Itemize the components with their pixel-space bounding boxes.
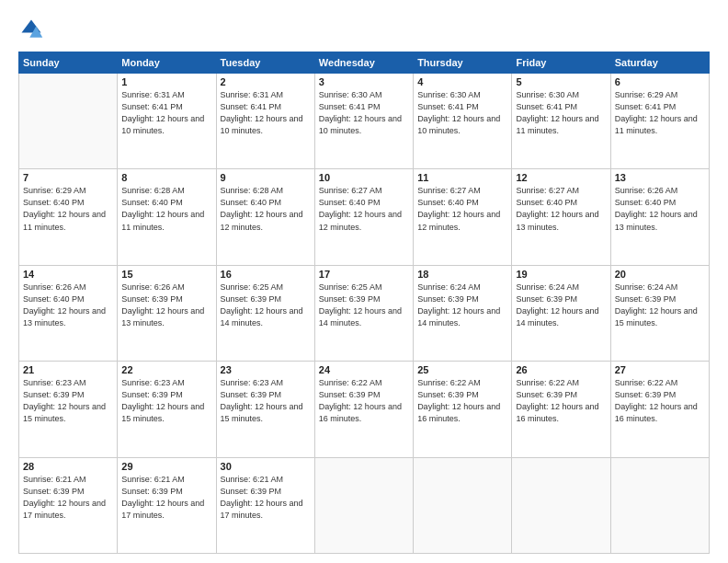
day-info: Sunrise: 6:23 AM Sunset: 6:39 PM Dayligh… [121, 377, 211, 425]
day-header: Friday [512, 52, 610, 74]
day-number: 9 [221, 172, 311, 183]
calendar-cell: 9Sunrise: 6:28 AM Sunset: 6:40 PM Daylig… [216, 169, 314, 265]
day-info: Sunrise: 6:25 AM Sunset: 6:39 PM Dayligh… [221, 282, 311, 329]
day-info: Sunrise: 6:27 AM Sunset: 6:40 PM Dayligh… [417, 185, 507, 233]
calendar-cell: 21Sunrise: 6:23 AM Sunset: 6:39 PM Dayli… [19, 362, 118, 457]
calendar-cell: 30Sunrise: 6:21 AM Sunset: 6:39 PM Dayli… [216, 457, 314, 553]
calendar-cell: 14Sunrise: 6:26 AM Sunset: 6:40 PM Dayli… [19, 265, 118, 361]
calendar-cell: 8Sunrise: 6:28 AM Sunset: 6:40 PM Daylig… [118, 169, 216, 265]
day-number: 15 [121, 269, 211, 280]
day-info: Sunrise: 6:29 AM Sunset: 6:41 PM Dayligh… [615, 89, 705, 137]
day-header: Thursday [414, 52, 512, 74]
calendar-cell: 27Sunrise: 6:22 AM Sunset: 6:39 PM Dayli… [610, 362, 709, 457]
header [18, 17, 710, 42]
day-info: Sunrise: 6:26 AM Sunset: 6:40 PM Dayligh… [23, 282, 113, 329]
day-number: 1 [121, 76, 211, 87]
day-number: 22 [121, 364, 211, 375]
calendar-cell: 22Sunrise: 6:23 AM Sunset: 6:39 PM Dayli… [118, 362, 216, 457]
day-number: 16 [221, 269, 311, 280]
day-number: 14 [23, 269, 113, 280]
day-number: 19 [516, 269, 606, 280]
day-number: 11 [417, 172, 507, 183]
calendar-cell: 20Sunrise: 6:24 AM Sunset: 6:39 PM Dayli… [610, 265, 709, 361]
day-header: Monday [118, 52, 216, 74]
day-info: Sunrise: 6:22 AM Sunset: 6:39 PM Dayligh… [417, 377, 507, 425]
day-info: Sunrise: 6:23 AM Sunset: 6:39 PM Dayligh… [221, 377, 311, 425]
day-info: Sunrise: 6:27 AM Sunset: 6:40 PM Dayligh… [319, 185, 409, 233]
day-header: Wednesday [314, 52, 413, 74]
day-info: Sunrise: 6:29 AM Sunset: 6:40 PM Dayligh… [23, 185, 113, 233]
day-number: 6 [615, 76, 705, 87]
calendar-cell: 18Sunrise: 6:24 AM Sunset: 6:39 PM Dayli… [414, 265, 512, 361]
day-number: 3 [319, 76, 409, 87]
day-info: Sunrise: 6:26 AM Sunset: 6:39 PM Dayligh… [121, 282, 211, 329]
day-info: Sunrise: 6:25 AM Sunset: 6:39 PM Dayligh… [319, 282, 409, 329]
day-number: 20 [615, 269, 705, 280]
calendar-cell: 15Sunrise: 6:26 AM Sunset: 6:39 PM Dayli… [118, 265, 216, 361]
day-number: 18 [417, 269, 507, 280]
calendar-cell: 5Sunrise: 6:30 AM Sunset: 6:41 PM Daylig… [512, 74, 610, 169]
day-number: 8 [121, 172, 211, 183]
day-number: 27 [615, 364, 705, 375]
calendar-cell: 19Sunrise: 6:24 AM Sunset: 6:39 PM Dayli… [512, 265, 610, 361]
day-info: Sunrise: 6:31 AM Sunset: 6:41 PM Dayligh… [221, 89, 311, 137]
day-number: 30 [221, 461, 311, 472]
calendar-cell: 23Sunrise: 6:23 AM Sunset: 6:39 PM Dayli… [216, 362, 314, 457]
day-info: Sunrise: 6:30 AM Sunset: 6:41 PM Dayligh… [516, 89, 606, 137]
day-info: Sunrise: 6:22 AM Sunset: 6:39 PM Dayligh… [319, 377, 409, 425]
day-info: Sunrise: 6:28 AM Sunset: 6:40 PM Dayligh… [121, 185, 211, 233]
day-number: 10 [319, 172, 409, 183]
day-number: 25 [417, 364, 507, 375]
day-number: 12 [516, 172, 606, 183]
calendar-cell: 13Sunrise: 6:26 AM Sunset: 6:40 PM Dayli… [610, 169, 709, 265]
day-number: 13 [615, 172, 705, 183]
day-info: Sunrise: 6:22 AM Sunset: 6:39 PM Dayligh… [615, 377, 705, 425]
calendar-cell: 25Sunrise: 6:22 AM Sunset: 6:39 PM Dayli… [414, 362, 512, 457]
calendar-cell [314, 457, 413, 553]
calendar-cell: 29Sunrise: 6:21 AM Sunset: 6:39 PM Dayli… [118, 457, 216, 553]
calendar-cell: 4Sunrise: 6:30 AM Sunset: 6:41 PM Daylig… [414, 74, 512, 169]
calendar-cell: 10Sunrise: 6:27 AM Sunset: 6:40 PM Dayli… [314, 169, 413, 265]
day-number: 2 [221, 76, 311, 87]
day-number: 17 [319, 269, 409, 280]
day-info: Sunrise: 6:27 AM Sunset: 6:40 PM Dayligh… [516, 185, 606, 233]
day-info: Sunrise: 6:24 AM Sunset: 6:39 PM Dayligh… [615, 282, 705, 329]
calendar-cell: 1Sunrise: 6:31 AM Sunset: 6:41 PM Daylig… [118, 74, 216, 169]
day-info: Sunrise: 6:24 AM Sunset: 6:39 PM Dayligh… [417, 282, 507, 329]
day-info: Sunrise: 6:22 AM Sunset: 6:39 PM Dayligh… [516, 377, 606, 425]
day-info: Sunrise: 6:30 AM Sunset: 6:41 PM Dayligh… [319, 89, 409, 137]
day-info: Sunrise: 6:31 AM Sunset: 6:41 PM Dayligh… [121, 89, 211, 137]
logo [18, 17, 48, 42]
day-number: 24 [319, 364, 409, 375]
calendar-cell: 12Sunrise: 6:27 AM Sunset: 6:40 PM Dayli… [512, 169, 610, 265]
calendar-cell: 16Sunrise: 6:25 AM Sunset: 6:39 PM Dayli… [216, 265, 314, 361]
calendar-table: SundayMondayTuesdayWednesdayThursdayFrid… [18, 52, 710, 554]
day-number: 5 [516, 76, 606, 87]
logo-icon [18, 17, 44, 42]
calendar-cell: 2Sunrise: 6:31 AM Sunset: 6:41 PM Daylig… [216, 74, 314, 169]
day-number: 23 [221, 364, 311, 375]
day-info: Sunrise: 6:24 AM Sunset: 6:39 PM Dayligh… [516, 282, 606, 329]
day-header: Sunday [19, 52, 118, 74]
calendar-cell [610, 457, 709, 553]
calendar-cell [414, 457, 512, 553]
calendar-cell: 11Sunrise: 6:27 AM Sunset: 6:40 PM Dayli… [414, 169, 512, 265]
calendar-cell: 28Sunrise: 6:21 AM Sunset: 6:39 PM Dayli… [19, 457, 118, 553]
day-header: Tuesday [216, 52, 314, 74]
calendar-cell: 24Sunrise: 6:22 AM Sunset: 6:39 PM Dayli… [314, 362, 413, 457]
calendar-cell: 7Sunrise: 6:29 AM Sunset: 6:40 PM Daylig… [19, 169, 118, 265]
day-info: Sunrise: 6:30 AM Sunset: 6:41 PM Dayligh… [417, 89, 507, 137]
day-info: Sunrise: 6:28 AM Sunset: 6:40 PM Dayligh… [221, 185, 311, 233]
day-number: 29 [121, 461, 211, 472]
day-header: Saturday [610, 52, 709, 74]
day-number: 4 [417, 76, 507, 87]
calendar-cell: 6Sunrise: 6:29 AM Sunset: 6:41 PM Daylig… [610, 74, 709, 169]
page: SundayMondayTuesdayWednesdayThursdayFrid… [0, 0, 728, 563]
day-info: Sunrise: 6:21 AM Sunset: 6:39 PM Dayligh… [23, 474, 113, 522]
day-info: Sunrise: 6:23 AM Sunset: 6:39 PM Dayligh… [23, 377, 113, 425]
day-number: 26 [516, 364, 606, 375]
calendar-cell: 26Sunrise: 6:22 AM Sunset: 6:39 PM Dayli… [512, 362, 610, 457]
calendar-cell [19, 74, 118, 169]
day-info: Sunrise: 6:21 AM Sunset: 6:39 PM Dayligh… [221, 474, 311, 522]
day-info: Sunrise: 6:21 AM Sunset: 6:39 PM Dayligh… [121, 474, 211, 522]
